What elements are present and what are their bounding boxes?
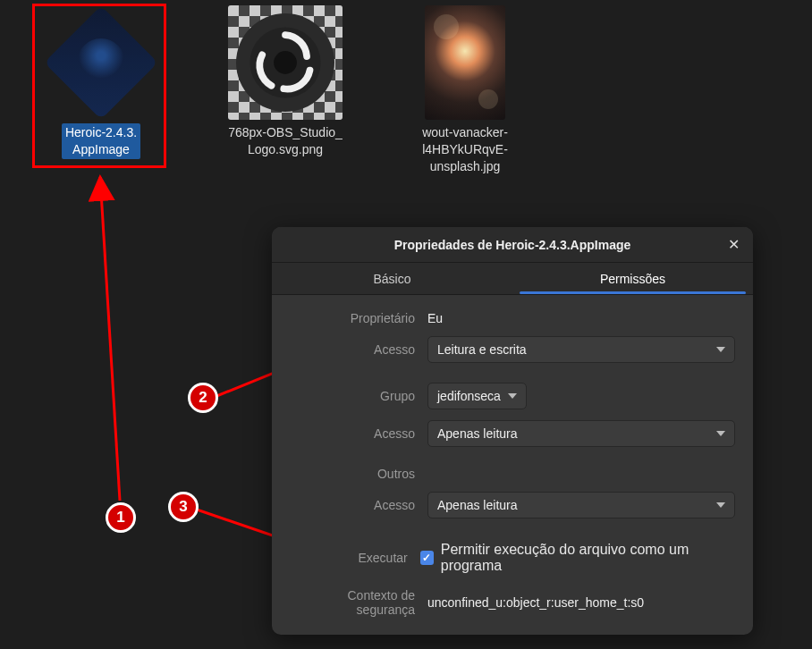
tab-permissions[interactable]: Permissões [512,263,753,294]
owner-label: Proprietário [290,311,415,325]
owner-access-label: Acesso [290,342,415,357]
annotation-badge-2: 2 [188,383,218,413]
owner-access-select[interactable]: Leitura e escrita [427,336,735,363]
dialog-title: Propriedades de Heroic-2.4.3.AppImage [394,238,631,252]
execute-label: Executar [290,551,408,565]
tab-bar: Básico Permissões [272,263,753,295]
execute-checkbox-row[interactable]: ✓ Permitir execução do arquivo como um p… [420,538,735,577]
svg-line-2 [100,177,120,501]
group-access-select[interactable]: Apenas leitura [427,420,735,447]
group-access-label: Acesso [290,426,415,441]
others-access-label: Acesso [290,498,415,512]
chevron-down-icon [716,347,725,352]
file-label: 768px-OBS_Studio_ Logo.svg.png [224,123,346,159]
properties-dialog: Propriedades de Heroic-2.4.3.AppImage ✕ … [272,227,753,635]
close-button[interactable]: ✕ [723,234,744,256]
photo-icon [408,5,522,120]
dialog-body: Proprietário Eu Acesso Leitura e escrita… [272,295,753,635]
file-obs[interactable]: 768px-OBS_Studio_ Logo.svg.png [218,5,352,159]
chevron-down-icon [716,431,725,436]
close-icon: ✕ [728,236,740,253]
heroic-icon [44,5,158,120]
others-label: Outros [290,467,415,481]
execute-checkbox[interactable]: ✓ [420,551,434,565]
chevron-down-icon [508,393,517,399]
annotation-badge-3: 3 [168,492,199,522]
obs-swirl-icon [247,24,324,101]
file-photo[interactable]: wout-vanacker- l4HBYkURqvE- unsplash.jpg [398,5,532,176]
group-select[interactable]: jedifonseca [427,383,527,409]
others-access-value: Apenas leitura [437,498,518,512]
security-value: unconfined_u:object_r:user_home_t:s0 [427,595,644,610]
owner-access-value: Leitura e escrita [437,342,527,357]
chevron-down-icon [716,502,725,508]
execute-text: Permitir execução do arquivo como um pro… [441,542,735,574]
obs-icon [228,5,343,120]
owner-value: Eu [427,311,443,325]
svg-point-1 [274,51,297,74]
dialog-header[interactable]: Propriedades de Heroic-2.4.3.AppImage ✕ [272,227,753,263]
file-heroic[interactable]: Heroic-2.4.3. AppImage [34,5,168,159]
security-label: Contexto de segurança [290,588,415,617]
file-label: Heroic-2.4.3. AppImage [62,123,140,159]
tab-basic[interactable]: Básico [272,263,512,294]
annotation-badge-1: 1 [106,502,136,533]
file-label: wout-vanacker- l4HBYkURqvE- unsplash.jpg [419,123,512,176]
group-access-value: Apenas leitura [437,426,518,441]
others-access-select[interactable]: Apenas leitura [427,492,735,518]
group-value: jedifonseca [437,389,501,403]
group-label: Grupo [290,389,415,403]
